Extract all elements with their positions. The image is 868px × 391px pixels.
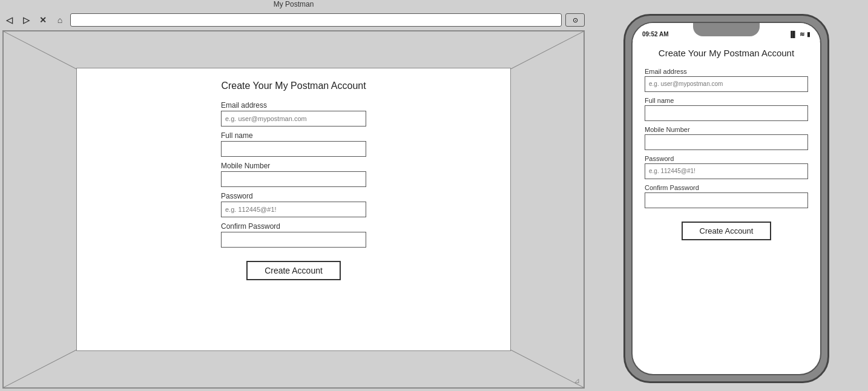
- phone-mobile-label: Mobile Number: [645, 126, 808, 133]
- svg-line-2: [4, 349, 77, 387]
- phone-confirm-password-input[interactable]: [645, 192, 808, 208]
- status-icons: ▐▌ ≋ ▮: [789, 31, 810, 38]
- back-button[interactable]: ◁: [2, 13, 16, 27]
- battery-icon: ▮: [807, 31, 810, 38]
- phone-fullname-input[interactable]: [645, 105, 808, 121]
- phone-screen: 09:52 AM ▐▌ ≋ ▮ Create Your My Postman A…: [631, 22, 821, 375]
- browser-body: Create Your My Postman Account Email add…: [2, 30, 585, 389]
- search-icon: ⊙: [573, 16, 578, 24]
- email-group: Email address: [221, 101, 366, 126]
- mobile-group: Mobile Number: [221, 162, 366, 187]
- phone-confirm-password-label: Confirm Password: [645, 184, 808, 191]
- svg-line-0: [4, 31, 77, 70]
- phone-password-input[interactable]: [645, 163, 808, 179]
- phone-fullname-label: Full name: [645, 97, 808, 104]
- mobile-input[interactable]: [221, 171, 366, 187]
- phone-screen-content: Create Your My Postman Account Email add…: [633, 41, 820, 252]
- phone-fullname-group: Full name: [645, 97, 808, 121]
- svg-line-1: [510, 31, 584, 70]
- signal-icon: ▐▌: [789, 31, 797, 38]
- phone-time: 09:52 AM: [642, 31, 669, 38]
- confirm-password-group: Confirm Password: [221, 222, 366, 248]
- phone-mobile-group: Mobile Number: [645, 126, 808, 150]
- password-label: Password: [221, 192, 366, 200]
- wifi-icon: ≋: [800, 31, 804, 38]
- phone-email-group: Email address: [645, 68, 808, 92]
- home-button[interactable]: ⌂: [53, 13, 67, 27]
- browser-title-bar: My Postman: [0, 0, 587, 11]
- phone-outer-shell: 09:52 AM ▐▌ ≋ ▮ Create Your My Postman A…: [623, 14, 829, 383]
- form-title: Create Your My Postman Account: [221, 80, 366, 91]
- browser-page-content: Create Your My Postman Account Email add…: [76, 68, 511, 351]
- fullname-input[interactable]: [221, 141, 366, 157]
- mobile-label: Mobile Number: [221, 162, 366, 170]
- create-account-button[interactable]: Create Account: [246, 261, 341, 280]
- phone-mobile-input[interactable]: [645, 134, 808, 150]
- close-button[interactable]: ✕: [36, 13, 50, 27]
- address-bar[interactable]: [70, 13, 562, 27]
- browser-nav-row: ◁ ▷ ✕ ⌂ ⊙: [0, 11, 587, 30]
- phone-password-group: Password: [645, 155, 808, 179]
- phone-notch: [693, 23, 760, 36]
- phone-email-input[interactable]: [645, 76, 808, 92]
- forward-button[interactable]: ▷: [19, 13, 33, 27]
- resize-indicator: ⊿: [574, 376, 580, 385]
- browser-title: My Postman: [274, 0, 314, 8]
- confirm-password-input[interactable]: [221, 232, 366, 248]
- phone-password-label: Password: [645, 155, 808, 162]
- phone-form-title: Create Your My Postman Account: [659, 47, 794, 59]
- browser-mockup: My Postman ◁ ▷ ✕ ⌂ ⊙ Create Your My Post…: [0, 0, 587, 391]
- search-button[interactable]: ⊙: [565, 13, 585, 27]
- svg-line-3: [510, 349, 584, 387]
- phone-mockup-wrapper: 09:52 AM ▐▌ ≋ ▮ Create Your My Postman A…: [587, 0, 866, 391]
- phone-create-account-button[interactable]: Create Account: [682, 222, 772, 240]
- password-group: Password: [221, 192, 366, 217]
- confirm-password-label: Confirm Password: [221, 222, 366, 231]
- fullname-label: Full name: [221, 131, 366, 140]
- email-input[interactable]: [221, 111, 366, 126]
- phone-email-label: Email address: [645, 68, 808, 75]
- fullname-group: Full name: [221, 131, 366, 157]
- email-label: Email address: [221, 101, 366, 110]
- password-input[interactable]: [221, 202, 366, 217]
- phone-confirm-password-group: Confirm Password: [645, 184, 808, 208]
